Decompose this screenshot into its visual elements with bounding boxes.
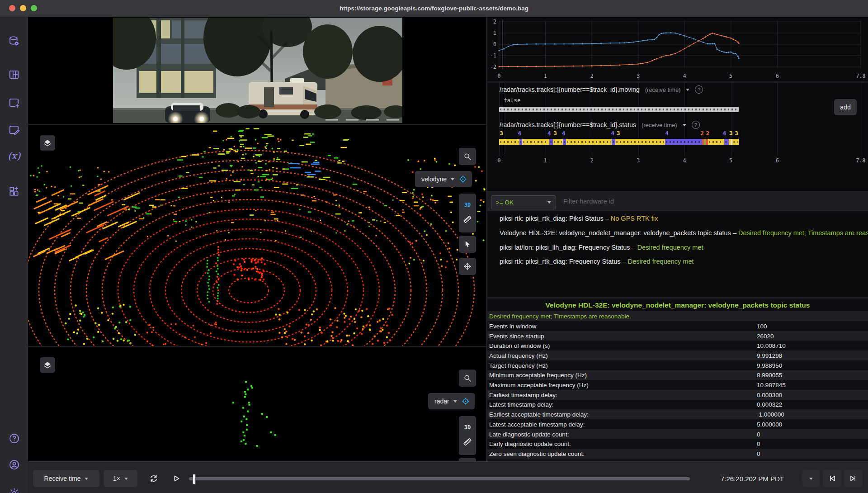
- add-series-button[interactable]: add: [834, 99, 857, 115]
- row-value: 0.000322: [757, 401, 782, 408]
- seek-backward-button[interactable]: [823, 470, 842, 487]
- svg-text:0: 0: [493, 41, 496, 47]
- topic-path[interactable]: /radar/tracks.tracks[:]{number==$track_i…: [500, 121, 636, 128]
- playback-slider[interactable]: [189, 477, 690, 480]
- status-value-label: 2: [706, 130, 710, 137]
- status-segment[interactable]: [563, 139, 566, 145]
- current-timestamp: 7:26:20.202 PM PDT: [721, 470, 784, 487]
- status-segment[interactable]: [665, 139, 702, 145]
- message-status: Desired frequency met; Timestamps are re…: [738, 229, 868, 237]
- moving-state-bar[interactable]: [499, 107, 739, 112]
- follow-target-icon[interactable]: [458, 175, 467, 184]
- axis-tick-label: 7.8: [856, 157, 866, 164]
- measure-ruler-icon[interactable]: [462, 437, 472, 447]
- window-title: https://storage.googleapis.com/foxglove-…: [0, 0, 868, 17]
- follow-frame-dropdown[interactable]: velodyne: [415, 171, 472, 187]
- svg-text:4: 4: [683, 73, 686, 79]
- extensions-icon[interactable]: [0, 181, 28, 201]
- status-value-label: 4: [518, 130, 521, 137]
- row-label: Duration of window (s): [489, 342, 550, 349]
- severity-filter-dropdown[interactable]: >= OK: [491, 195, 556, 209]
- axis-tick-label: 4: [683, 157, 686, 164]
- diagnostic-message[interactable]: piksi lat/lon: piksi_llh_diag: Frequency…: [500, 244, 703, 255]
- svg-text:3: 3: [637, 73, 640, 79]
- diagnostics-summary-panel[interactable]: >= OK Filter hardware id piksi rtk: piks…: [487, 193, 868, 297]
- play-button[interactable]: [168, 470, 185, 487]
- status-segment[interactable]: [566, 139, 612, 145]
- settings-icon[interactable]: [0, 483, 28, 493]
- chevron-down-icon: [809, 478, 813, 480]
- status-value-label: 3: [617, 130, 620, 137]
- plot-panel[interactable]: 210-1-201234567.8: [487, 17, 868, 81]
- diagnostic-summary: Desired frequency met; Timestamps are re…: [487, 311, 868, 321]
- state-transitions-panel[interactable]: /radar/tracks.tracks[:]{number==$track_i…: [487, 83, 868, 191]
- row-value: 100: [757, 322, 767, 329]
- timing-mode[interactable]: (receive time): [642, 122, 677, 128]
- status-segment[interactable]: [612, 139, 615, 145]
- svg-text:1: 1: [544, 73, 547, 79]
- hardware-id-filter-input[interactable]: Filter hardware id: [563, 198, 614, 205]
- search-icon[interactable]: [459, 148, 476, 165]
- state-path-row: /radar/tracks.tracks[:]{number==$track_i…: [500, 85, 703, 94]
- timestamp-options-dropdown[interactable]: [802, 470, 820, 487]
- diagnostic-message[interactable]: Velodyne HDL-32E: velodyne_nodelet_manag…: [500, 229, 868, 240]
- radar-3d-panel[interactable]: radar 3D: [28, 347, 486, 461]
- data-source-icon[interactable]: [0, 31, 28, 51]
- lidar-3d-panel[interactable]: velodyne 3D: [28, 125, 486, 346]
- search-icon[interactable]: [459, 370, 476, 387]
- edit-layout-icon[interactable]: [0, 120, 28, 140]
- playback-speed-dropdown[interactable]: 1×: [104, 470, 137, 487]
- diagnostic-message[interactable]: piksi rtk: piksi_rtk_diag: Piksi Status …: [500, 215, 658, 226]
- timestamp-mode-dropdown[interactable]: Receive time: [33, 470, 99, 487]
- account-icon[interactable]: [0, 455, 28, 474]
- follow-target-icon[interactable]: [461, 397, 470, 406]
- 3d-mode-button[interactable]: 3D: [464, 424, 471, 431]
- pan-move-icon[interactable]: [459, 258, 476, 275]
- status-value-label: 4: [723, 130, 726, 137]
- follow-frame-dropdown[interactable]: radar: [428, 393, 475, 409]
- playback-bar: Receive time 1× 7:26:20.202 PM PDT: [28, 461, 868, 493]
- status-segment[interactable]: [732, 139, 739, 145]
- loop-playback-icon[interactable]: [145, 470, 162, 487]
- row-value: 8.990055: [757, 372, 782, 379]
- diagnostic-detail-panel[interactable]: Velodyne HDL-32E: velodyne_nodelet_manag…: [487, 298, 868, 461]
- layers-icon[interactable]: [40, 135, 55, 151]
- variables-icon[interactable]: (x): [0, 146, 28, 166]
- help-circle-icon[interactable]: ?: [695, 85, 703, 94]
- playback-slider-thumb[interactable]: [193, 474, 196, 484]
- row-label: Late diagnostic update count:: [489, 431, 569, 437]
- status-segment[interactable]: [553, 139, 563, 145]
- chevron-down-icon[interactable]: [686, 89, 689, 91]
- help-icon[interactable]: [0, 428, 28, 448]
- status-segment[interactable]: [522, 139, 549, 145]
- row-label: Early diagnostic update count:: [489, 441, 571, 447]
- table-row: Minimum acceptable frequency (Hz)8.99005…: [487, 370, 868, 380]
- status-segment[interactable]: [499, 139, 519, 145]
- status-segment[interactable]: [549, 139, 553, 145]
- layers-icon[interactable]: [40, 357, 55, 373]
- topic-path[interactable]: /radar/tracks.tracks[:]{number==$track_i…: [500, 86, 640, 93]
- axis-tick-label: 3: [637, 157, 640, 164]
- add-panel-icon[interactable]: [0, 93, 28, 113]
- view-mode-group: 3D: [459, 194, 476, 232]
- layouts-icon[interactable]: [0, 65, 28, 85]
- axis-tick-label: 0: [498, 157, 501, 164]
- follow-frame-label: velodyne: [421, 175, 447, 183]
- chevron-down-icon: [124, 478, 128, 480]
- row-label: Target frequency (Hz): [489, 362, 548, 369]
- timing-mode[interactable]: (receive time): [645, 86, 681, 93]
- select-cursor-icon[interactable]: [459, 236, 476, 253]
- status-segment[interactable]: [615, 139, 665, 145]
- svg-text:6: 6: [776, 73, 779, 79]
- chevron-down-icon[interactable]: [683, 124, 686, 126]
- help-circle-icon[interactable]: ?: [692, 121, 700, 129]
- status-segment[interactable]: [724, 139, 728, 145]
- row-value: 10.008710: [757, 342, 786, 349]
- 3d-mode-button[interactable]: 3D: [464, 202, 471, 208]
- message-status: Desired frequency met: [637, 244, 703, 251]
- measure-ruler-icon[interactable]: [462, 214, 472, 224]
- seek-forward-button[interactable]: [844, 470, 863, 487]
- diagnostic-message[interactable]: piksi rtk: piksi_rtk_diag: Frequency Sta…: [500, 258, 694, 269]
- status-segment[interactable]: [708, 139, 725, 145]
- select-cursor-icon[interactable]: [459, 458, 476, 461]
